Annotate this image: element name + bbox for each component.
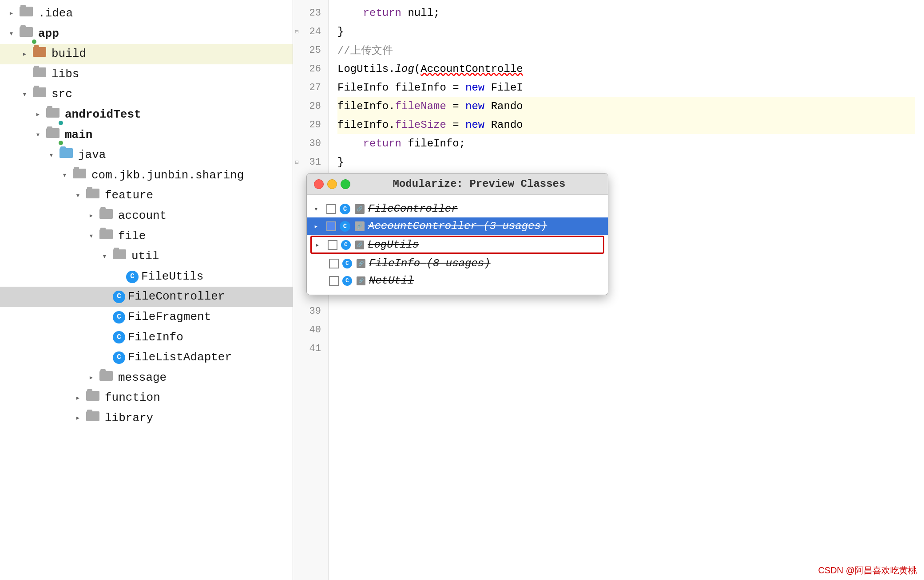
- tree-item-function[interactable]: function: [0, 388, 293, 408]
- traffic-lights: [314, 179, 350, 189]
- folder-idea: [20, 4, 36, 23]
- tree-item-fileutils[interactable]: C FileUtils: [0, 267, 293, 287]
- code-panel: 23 ⊟ 24 25 26 27 28 29 30 ⊟ 31 32 33 34 …: [293, 0, 924, 580]
- logutils-link-icon: 🔗: [355, 241, 364, 249]
- accountcontroller-link-icon: 🔗: [355, 221, 365, 231]
- bookmark-31: ⊟: [295, 158, 298, 166]
- root-checkbox[interactable]: [326, 204, 336, 214]
- libs-label: libs: [52, 65, 79, 84]
- folder-file: [99, 227, 115, 246]
- code-line-39: [337, 302, 915, 320]
- code-line-30: return fileInfo;: [337, 134, 915, 153]
- logutils-checkbox[interactable]: [328, 240, 337, 250]
- filecontroller-label: FileController: [128, 288, 225, 306]
- tree-item-account[interactable]: account: [0, 206, 293, 226]
- folder-message: [99, 369, 115, 387]
- chevron-function: [75, 392, 86, 405]
- code-line-40: [337, 320, 915, 339]
- filefragment-label: FileFragment: [128, 308, 211, 327]
- tree-item-idea[interactable]: .idea: [0, 4, 293, 24]
- chevron-src: [22, 88, 33, 101]
- line-41: 41: [293, 339, 328, 358]
- chevron-com: [62, 169, 73, 182]
- chevron-androidtest: [36, 108, 46, 121]
- folder-java: [59, 146, 75, 165]
- folder-com: [73, 166, 89, 185]
- line-27: 27: [293, 78, 328, 97]
- dialog-accountcontroller-row[interactable]: ▸ C 🔗 AccountController (3 usages): [307, 217, 608, 235]
- accountcontroller-checkbox[interactable]: [326, 221, 336, 231]
- netutil-checkbox[interactable]: [329, 276, 339, 286]
- tree-item-src[interactable]: src: [0, 84, 293, 105]
- line-29: 29: [293, 115, 328, 134]
- folder-libs: [33, 65, 49, 84]
- tree-item-main[interactable]: main: [0, 125, 293, 146]
- main-label: main: [65, 126, 92, 145]
- tree-content: .idea app build libs: [0, 0, 293, 432]
- root-link-icon: 🔗: [355, 204, 365, 214]
- folder-util: [113, 247, 129, 266]
- com-label: com.jkb.junbin.sharing: [91, 166, 244, 185]
- netutil-name: NetUtil: [369, 275, 414, 287]
- folder-account: [99, 207, 115, 225]
- folder-main: [46, 126, 62, 145]
- line-30: 30: [293, 134, 328, 153]
- dialog-content: ▾ C 🔗 FileController ▸ C 🔗 AccountContro…: [307, 195, 608, 295]
- dialog-logutils-row[interactable]: ▸ C 🔗 LogUtils: [310, 236, 604, 254]
- root-class-badge: C: [340, 204, 350, 214]
- expand-logutils: ▸: [315, 241, 324, 249]
- app-label: app: [38, 25, 59, 43]
- tree-item-filefragment[interactable]: C FileFragment: [0, 307, 293, 327]
- tree-item-feature[interactable]: feature: [0, 185, 293, 206]
- tree-item-com[interactable]: com.jkb.junbin.sharing: [0, 166, 293, 186]
- util-label: util: [131, 247, 159, 266]
- folder-build: [33, 45, 49, 63]
- function-label: function: [105, 389, 160, 407]
- file-label: file: [118, 227, 146, 246]
- java-label: java: [78, 146, 106, 165]
- dialog-netutil-row[interactable]: C 🔗 NetUtil: [307, 272, 608, 289]
- line-25: 25: [293, 41, 328, 59]
- chevron-app: [9, 28, 20, 40]
- folder-app: [20, 25, 36, 43]
- tree-item-build[interactable]: build: [0, 44, 293, 64]
- bookmark-24: ⊟: [295, 28, 298, 36]
- tree-item-message[interactable]: message: [0, 368, 293, 388]
- tree-item-util[interactable]: util: [0, 246, 293, 267]
- code-line-41: [337, 339, 915, 358]
- dialog-fileinfo-row[interactable]: C 🔗 FileInfo (8 usages): [307, 255, 608, 272]
- tree-item-java[interactable]: java: [0, 145, 293, 166]
- class-icon-filecontroller: C: [113, 291, 125, 303]
- close-button[interactable]: [314, 179, 324, 189]
- androidtest-label: androidTest: [65, 106, 141, 124]
- fileinfo-checkbox[interactable]: [329, 259, 339, 268]
- chevron-java: [49, 149, 59, 162]
- code-line-24: }: [337, 22, 915, 41]
- account-label: account: [118, 207, 167, 225]
- chevron-account: [89, 209, 99, 222]
- src-label: src: [52, 85, 72, 104]
- line-39: 39: [293, 302, 328, 320]
- tree-item-androidtest[interactable]: androidTest: [0, 105, 293, 125]
- tree-item-library[interactable]: library: [0, 408, 293, 429]
- build-label: build: [52, 45, 86, 63]
- netutil-class-badge: C: [342, 276, 352, 286]
- netutil-link-icon: 🔗: [357, 276, 365, 285]
- filelistadapter-label: FileListAdapter: [128, 348, 232, 367]
- root-class-name: FileController: [368, 203, 458, 215]
- tree-item-filelistadapter[interactable]: C FileListAdapter: [0, 347, 293, 368]
- tree-item-fileinfo[interactable]: C FileInfo: [0, 327, 293, 348]
- code-line-28: fileInfo.fileName = new Rando: [337, 97, 915, 115]
- dot-teal-androidtest: [59, 121, 63, 125]
- tree-item-app[interactable]: app: [0, 24, 293, 44]
- minimize-button[interactable]: [327, 179, 337, 189]
- chevron-file: [89, 230, 99, 243]
- tree-item-libs[interactable]: libs: [0, 64, 293, 85]
- folder-function: [86, 389, 102, 407]
- expand-root: ▾: [314, 205, 323, 213]
- class-icon-filefragment: C: [113, 311, 125, 324]
- tree-item-file[interactable]: file: [0, 226, 293, 247]
- feature-label: feature: [105, 186, 153, 205]
- tree-item-filecontroller[interactable]: C FileController: [0, 287, 293, 307]
- maximize-button[interactable]: [341, 179, 350, 189]
